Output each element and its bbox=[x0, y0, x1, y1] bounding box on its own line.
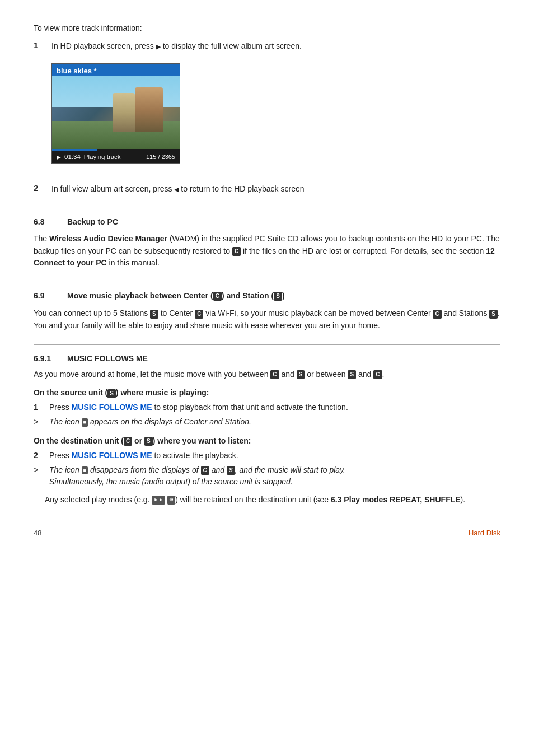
indent-block: Any selected play modes (e.g. ►► ⊕) will… bbox=[45, 494, 500, 506]
intro-text: To view more track information: bbox=[34, 22, 500, 35]
section-691-num: 6.9.1 bbox=[34, 354, 67, 363]
dest-steps: 2 Press MUSIC FOLLOWS ME to activate the… bbox=[34, 450, 500, 488]
icon-station-69-2: S bbox=[489, 310, 498, 319]
section-691-header: 6.9.1 MUSIC FOLLOWS ME bbox=[34, 354, 500, 363]
section-69-header: 6.9 Move music playback between Center (… bbox=[34, 291, 500, 301]
divider-2 bbox=[34, 282, 500, 282]
source-step-arrow: > The icon ■ appears on the displays of … bbox=[34, 416, 500, 428]
divider-1 bbox=[34, 208, 500, 208]
dest-step-2: 2 Press MUSIC FOLLOWS ME to activate the… bbox=[34, 450, 500, 462]
icon-station-dest: S bbox=[144, 437, 153, 446]
icon-station-69-title: S bbox=[274, 292, 282, 301]
screen-bottom-bar: ▶ 01:34 Playing track 115 / 2365 bbox=[52, 151, 180, 163]
icon-center-69-2: C bbox=[433, 310, 441, 319]
section-68-num: 6.8 bbox=[34, 217, 67, 226]
back-icon-inline: ◀ bbox=[174, 186, 179, 193]
screen-mockup: blue skies * ▶ 01:34 Playing track 115 /… bbox=[51, 63, 180, 164]
step1-block: 1 In HD playback screen, press ▶ to disp… bbox=[34, 40, 500, 174]
icon-small-dest: ■ bbox=[82, 466, 88, 475]
footer: 48 Hard Disk bbox=[34, 529, 500, 537]
footer-page-num: 48 bbox=[34, 529, 41, 537]
page-content: To view more track information: 1 In HD … bbox=[34, 22, 500, 537]
section-691-body: As you move around at home, let the musi… bbox=[34, 368, 500, 381]
section-69-body: You can connect up to 5 Stations S to Ce… bbox=[34, 307, 500, 332]
icon-center-dest: C bbox=[124, 437, 132, 446]
indent-para: Any selected play modes (e.g. ►► ⊕) will… bbox=[45, 494, 500, 506]
screen-time: 01:34 bbox=[64, 153, 81, 160]
footer-section-label: Hard Disk bbox=[469, 529, 500, 537]
source-step-1: 1 Press MUSIC FOLLOWS ME to stop playbac… bbox=[34, 402, 500, 414]
section-68-title: Backup to PC bbox=[67, 217, 118, 226]
icon-small-source: ■ bbox=[82, 418, 88, 427]
icon-station-69-1: S bbox=[150, 310, 158, 319]
person2-silhouette bbox=[113, 93, 135, 132]
icon-center-68: C bbox=[232, 247, 241, 256]
step2-num: 2 bbox=[34, 183, 51, 193]
icon-center-dest-2: C bbox=[201, 466, 209, 475]
icon-center-69-title: C bbox=[213, 292, 222, 301]
section-68-header: 6.8 Backup to PC bbox=[34, 217, 500, 226]
source-steps: 1 Press MUSIC FOLLOWS ME to stop playbac… bbox=[34, 402, 500, 428]
dest-step-arrow: > The icon ■ disappears from the display… bbox=[34, 464, 500, 488]
icon-repeat: ►► bbox=[152, 496, 165, 505]
icon-station-dest-2: S bbox=[227, 466, 235, 475]
person1-silhouette bbox=[135, 87, 163, 132]
screen-track-info: 115 / 2365 bbox=[146, 153, 175, 160]
icon-center-691-2: C bbox=[373, 370, 382, 379]
step1-num: 1 bbox=[34, 40, 51, 50]
screen-play-icon: ▶ bbox=[57, 154, 61, 160]
section-69-title: Move music playback between Center (C) a… bbox=[67, 291, 285, 301]
screen-title-bar: blue skies * bbox=[52, 64, 180, 76]
screen-album-art bbox=[52, 76, 180, 149]
icon-shuffle: ⊕ bbox=[167, 496, 175, 505]
step2-block: 2 In full view album art screen, press ◀… bbox=[34, 183, 500, 195]
divider-3 bbox=[34, 344, 500, 345]
icon-station-691-1: S bbox=[297, 370, 305, 379]
play-icon-inline: ▶ bbox=[156, 43, 161, 50]
icon-station-source: S bbox=[107, 389, 116, 398]
step2-text: In full view album art screen, press ◀ t… bbox=[51, 183, 500, 195]
section-69-num: 6.9 bbox=[34, 291, 67, 300]
step2-row: 2 In full view album art screen, press ◀… bbox=[34, 183, 500, 195]
source-unit-header: On the source unit (S) where music is pl… bbox=[34, 387, 500, 399]
screen-status: Playing track bbox=[84, 153, 146, 160]
step1-row: 1 In HD playback screen, press ▶ to disp… bbox=[34, 40, 500, 53]
icon-station-691-2: S bbox=[348, 370, 356, 379]
icon-center-69-1: C bbox=[195, 310, 203, 319]
dest-unit-header: On the destination unit (C or S) where y… bbox=[34, 435, 500, 447]
step1-text: In HD playback screen, press ▶ to displa… bbox=[51, 40, 500, 53]
section-691-title: MUSIC FOLLOWS ME bbox=[67, 354, 148, 363]
section-68-body: The Wireless Audio Device Manager (WADM)… bbox=[34, 233, 500, 269]
icon-center-691-1: C bbox=[270, 370, 279, 379]
